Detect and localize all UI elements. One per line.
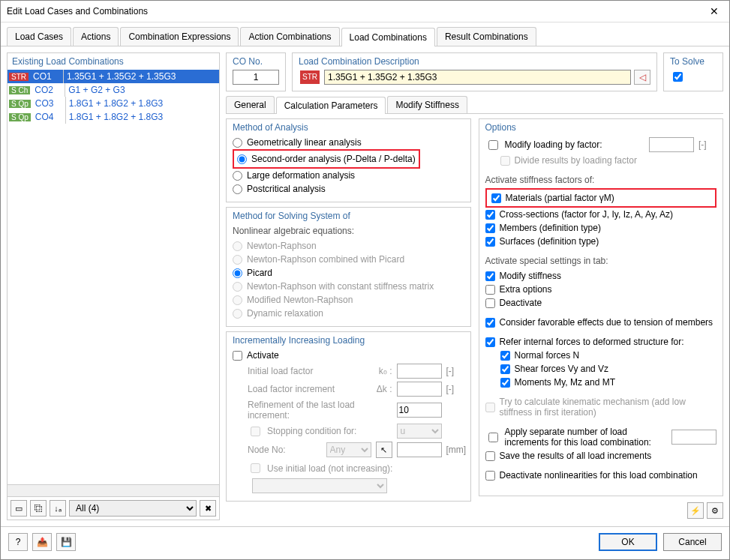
tab-action-combinations[interactable]: Action Combinations [240, 27, 339, 46]
filter-select[interactable]: All (4) [69, 500, 197, 517]
radio-nr-constant: Newton-Raphson with constant stiffness m… [233, 280, 464, 293]
tab-load-cases[interactable]: Load Cases [7, 27, 71, 46]
use-initial-checkbox [251, 463, 260, 473]
sort-icon[interactable]: ↓ₐ [50, 500, 66, 517]
sub-tab-calc-params[interactable]: Calculation Parameters [276, 97, 386, 114]
refinement-input[interactable] [397, 403, 442, 418]
deactivate-checkbox[interactable]: Deactivate [485, 296, 717, 310]
method-solving-section: Method for Solving System of Nonlinear a… [226, 207, 471, 327]
radio-picard[interactable]: Picard [233, 266, 464, 280]
initial-factor-input [397, 364, 442, 379]
refer-checkbox[interactable]: Refer internal forces to deformed struct… [485, 335, 717, 349]
co-number-input[interactable] [233, 70, 279, 85]
table-row[interactable]: S Qp CO3 1.8G1 + 1.8G2 + 1.8G3 [8, 97, 219, 110]
copy-icon[interactable]: ⿻ [30, 500, 47, 517]
description-group: Load Combination Description STR ◁ [292, 52, 657, 91]
radio-postcritical[interactable]: Postcritical analysis [233, 182, 464, 196]
badge-sqp: S Qp [9, 100, 31, 108]
pane-title: Existing Load Combinations [8, 53, 219, 70]
radio-newton-raphson: Newton-Raphson [233, 239, 464, 253]
co-desc: 1.35G1 + 1.35G2 + 1.35G3 [64, 71, 179, 82]
table-row[interactable]: S Qp CO4 1.8G1 + 1.8G2 + 1.8G3 [8, 110, 219, 124]
co-name: CO3 [32, 98, 65, 109]
new-icon[interactable]: ▭ [11, 500, 27, 517]
shear-forces-checkbox[interactable]: Shear forces Vy and Vz [485, 362, 717, 376]
badge-sqp: S Qp [9, 113, 31, 121]
deactivate-nonlinearities-checkbox[interactable]: Deactivate nonlinearities for this load … [485, 469, 717, 482]
description-input[interactable] [324, 70, 631, 85]
kinematic-checkbox: Try to calculate kinematic mechanism (ad… [485, 395, 717, 419]
badge-sch: S Ch [9, 86, 30, 94]
members-checkbox[interactable]: Members (definition type) [485, 221, 717, 235]
dropdown-icon[interactable]: ◁ [634, 70, 650, 85]
badge-str: STR [300, 70, 320, 84]
settings-icon[interactable]: ⚙ [707, 502, 723, 519]
table-row[interactable]: S Ch CO2 G1 + G2 + G3 [8, 83, 219, 97]
main-tabs: Load Cases Actions Combination Expressio… [1, 22, 729, 46]
to-solve-group: To Solve [663, 52, 723, 91]
cancel-button[interactable]: Cancel [663, 533, 722, 551]
tab-result-combinations[interactable]: Result Combinations [437, 27, 536, 46]
normal-forces-checkbox[interactable]: Normal forces N [485, 349, 717, 362]
existing-combinations-pane: Existing Load Combinations STR CO1 1.35G… [7, 52, 220, 520]
section-title: Method of Analysis [233, 122, 464, 133]
co-name: CO2 [32, 85, 65, 95]
co-name: CO1 [30, 71, 63, 82]
initial-load-select [252, 478, 387, 493]
dialog-title: Edit Load Cases and Combinations [7, 6, 148, 16]
surfaces-checkbox[interactable]: Surfaces (definition type) [485, 235, 717, 248]
combinations-table[interactable]: STR CO1 1.35G1 + 1.35G2 + 1.35G3 S Ch CO… [8, 70, 219, 484]
increment-input [397, 382, 442, 397]
activate-stiffness-label: Activate stiffness factors of: [485, 173, 717, 188]
co-desc: 1.8G1 + 1.8G2 + 1.8G3 [66, 98, 166, 109]
export-icon[interactable]: 📤 [32, 533, 52, 551]
method-of-analysis-section: Method of Analysis Geometrically linear … [226, 118, 471, 202]
close-icon[interactable]: ✕ [705, 5, 723, 17]
ok-button[interactable]: OK [599, 533, 657, 551]
moments-checkbox[interactable]: Moments My, Mz and MT [485, 376, 717, 389]
favorable-checkbox[interactable]: Consider favorable effects due to tensio… [485, 316, 717, 329]
sub-tab-general[interactable]: General [226, 96, 275, 113]
loading-factor-input[interactable] [649, 137, 694, 152]
lightning-icon[interactable]: ⚡ [687, 502, 704, 519]
save-increments-checkbox[interactable]: Save the results of all load increments [485, 449, 717, 463]
separate-increments-input[interactable] [671, 430, 716, 445]
sub-tab-modify-stiffness[interactable]: Modify Stiffness [387, 96, 467, 113]
materials-checkbox[interactable]: Materials (partial factor γM) [491, 191, 711, 205]
save-icon[interactable]: 💾 [56, 533, 76, 551]
separate-increments-checkbox[interactable] [488, 433, 498, 442]
co-number-label: CO No. [233, 56, 279, 67]
modify-loading-checkbox[interactable] [488, 140, 498, 150]
table-row[interactable]: STR CO1 1.35G1 + 1.35G2 + 1.35G3 [8, 70, 219, 83]
help-icon[interactable]: ? [8, 533, 28, 551]
radio-dynamic-relax: Dynamic relaxation [233, 307, 464, 320]
refinement-label: Refinement of the last load increment: [233, 400, 367, 421]
activate-checkbox[interactable]: Activate [233, 349, 464, 362]
incremental-loading-section: Incrementally Increasing Loading Activat… [226, 331, 471, 502]
tab-load-combinations[interactable]: Load Combinations [341, 28, 435, 46]
description-label: Load Combination Description [299, 56, 650, 67]
section-title: Options [485, 122, 717, 133]
node-value-input [397, 442, 442, 457]
initial-factor-label: Initial load factor [233, 366, 367, 376]
extra-options-checkbox[interactable]: Extra options [485, 283, 717, 296]
to-solve-label: To Solve [670, 56, 716, 67]
to-solve-checkbox[interactable] [673, 72, 683, 82]
co-desc: 1.8G1 + 1.8G2 + 1.8G3 [66, 112, 166, 122]
increment-label: Load factor increment [233, 384, 367, 394]
horizontal-scrollbar[interactable] [8, 484, 219, 496]
modify-stiffness-checkbox[interactable]: Modify stiffness [485, 269, 717, 283]
sub-tabs: General Calculation Parameters Modify St… [226, 96, 723, 114]
pick-icon: ↖ [376, 442, 392, 458]
node-label: Node No: [233, 445, 322, 455]
cross-sections-checkbox[interactable]: Cross-sections (factor for J, Iy, Iz, A,… [485, 208, 717, 221]
radio-second-order[interactable]: Second-order analysis (P-Delta / P-delta… [237, 152, 416, 166]
delete-icon[interactable]: ✖ [200, 500, 216, 517]
tab-combination-expressions[interactable]: Combination Expressions [120, 27, 239, 46]
divide-results-checkbox: Divide results by loading factor [485, 154, 717, 167]
radio-linear[interactable]: Geometrically linear analysis [233, 136, 464, 149]
co-number-group: CO No. [226, 52, 286, 91]
co-name: CO4 [32, 112, 65, 122]
tab-actions[interactable]: Actions [73, 27, 119, 46]
radio-large-deformation[interactable]: Large deformation analysis [233, 169, 464, 182]
